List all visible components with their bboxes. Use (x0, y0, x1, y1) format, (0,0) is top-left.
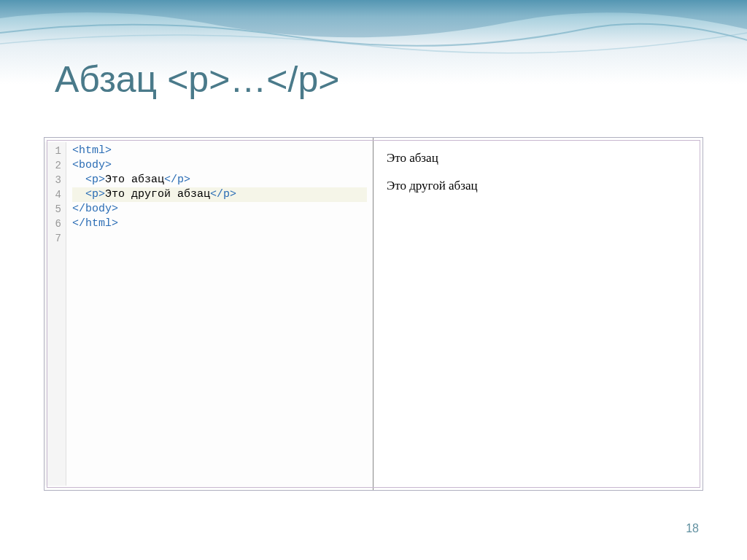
content-frame: 1 2 3 4 5 6 7 <html> <body> <p>Это абзац… (44, 137, 703, 491)
code-line: </html> (72, 217, 367, 231)
slide-title: Абзац <p>…</p> (55, 58, 339, 101)
line-number: 3 (44, 173, 61, 187)
preview-paragraph: Это другой абзац (387, 179, 689, 193)
line-number: 6 (44, 217, 61, 231)
line-number: 5 (44, 202, 61, 217)
code-content: <html> <body> <p>Это абзац</p> <p>Это др… (66, 142, 373, 486)
code-line-active: <p>Это другой абзац</p> (72, 187, 367, 202)
code-line: <body> (72, 158, 367, 173)
line-number: 2 (44, 158, 61, 173)
code-line-empty (72, 231, 367, 246)
line-number: 1 (44, 144, 61, 158)
page-number: 18 (686, 522, 699, 535)
preview-panel: Это абзац Это другой абзац (374, 138, 703, 490)
code-editor-panel: 1 2 3 4 5 6 7 <html> <body> <p>Это абзац… (44, 138, 374, 490)
line-number-gutter: 1 2 3 4 5 6 7 (44, 142, 66, 486)
line-number: 7 (44, 231, 61, 246)
code-line: </body> (72, 202, 367, 217)
preview-paragraph: Это абзац (387, 151, 689, 166)
line-number: 4 (44, 187, 61, 202)
code-line: <p>Это абзац</p> (72, 173, 367, 187)
code-line: <html> (72, 144, 367, 158)
